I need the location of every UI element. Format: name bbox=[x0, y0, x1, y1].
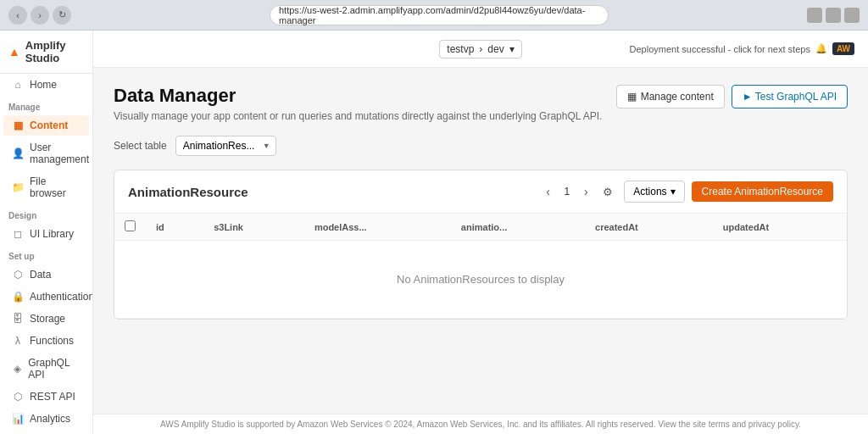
sidebar-section-setup: Set up bbox=[0, 245, 92, 264]
table-settings-button[interactable]: ⚙ bbox=[598, 182, 617, 201]
sidebar-item-graphql-api[interactable]: ◈ GraphQL API bbox=[3, 353, 89, 385]
test-graphql-button[interactable]: ► Test GraphQL API bbox=[732, 85, 848, 108]
sidebar-item-user-management[interactable]: 👤 User management bbox=[3, 137, 89, 170]
col-updatedat: updatedAt bbox=[713, 214, 847, 241]
sidebar-item-storage[interactable]: 🗄 Storage bbox=[3, 309, 89, 329]
col-animatio: animatio... bbox=[451, 214, 585, 241]
refresh-button[interactable]: ↻ bbox=[53, 6, 71, 25]
page-subtitle: Visually manage your app content or run … bbox=[114, 110, 602, 122]
manage-content-button[interactable]: ▦ Manage content bbox=[616, 85, 725, 108]
col-s3link: s3Link bbox=[203, 214, 304, 241]
graphql-icon: ◈ bbox=[12, 363, 22, 375]
rest-icon: ⬡ bbox=[12, 391, 24, 403]
deployment-banner[interactable]: Deployment successful - click for next s… bbox=[630, 42, 854, 55]
sidebar-item-predictions[interactable]: ✦ Predictions bbox=[3, 431, 89, 434]
sidebar-label-content: Content bbox=[30, 120, 68, 131]
forward-button[interactable]: › bbox=[31, 6, 49, 25]
footer-text: AWS Amplify Studio is supported by Amazo… bbox=[160, 420, 801, 429]
auth-icon: 🔒 bbox=[12, 291, 24, 303]
user-icon: 👤 bbox=[12, 147, 24, 159]
page-header-text: Data Manager Visually manage your app co… bbox=[114, 85, 602, 122]
header-actions: ▦ Manage content ► Test GraphQL API bbox=[616, 85, 848, 108]
top-bar: testvp › dev ▾ Deployment successful - c… bbox=[93, 31, 868, 68]
notification-icon: 🔔 bbox=[815, 43, 827, 54]
ext-icon-1 bbox=[807, 8, 822, 23]
storage-icon: 🗄 bbox=[12, 313, 24, 325]
col-modelass: modelAss... bbox=[304, 214, 451, 241]
back-button[interactable]: ‹ bbox=[8, 6, 27, 25]
env-name: dev bbox=[487, 43, 504, 55]
analytics-icon: 📊 bbox=[12, 413, 24, 425]
sidebar-item-content[interactable]: ▦ Content bbox=[3, 115, 89, 136]
data-card: AnimationResource ‹ 1 › ⚙ Actions ▾ bbox=[114, 170, 848, 320]
chevron-down-icon: ▾ bbox=[509, 43, 515, 55]
sidebar-item-file-browser[interactable]: 📁 File browser bbox=[3, 171, 89, 203]
sidebar-item-home[interactable]: ⌂ Home bbox=[3, 75, 89, 95]
sidebar-item-data[interactable]: ⬡ Data bbox=[3, 264, 89, 285]
sidebar-section-design: Design bbox=[0, 204, 92, 223]
ext-icon-3 bbox=[844, 8, 860, 23]
deployment-text: Deployment successful - click for next s… bbox=[630, 44, 810, 54]
sidebar-item-functions[interactable]: λ Functions bbox=[3, 331, 89, 351]
table-actions: ‹ 1 › ⚙ Actions ▾ Create AnimationResour… bbox=[539, 181, 833, 203]
sidebar-label-analytics: Analytics bbox=[30, 413, 70, 425]
sidebar-label-functions: Functions bbox=[30, 335, 74, 347]
sidebar-label-rest: REST API bbox=[30, 391, 75, 403]
col-createdat: createdAt bbox=[585, 214, 713, 241]
ext-icon-2 bbox=[826, 8, 841, 23]
file-icon: 📁 bbox=[12, 181, 24, 193]
sidebar-item-authentication[interactable]: 🔒 Authentication bbox=[3, 287, 89, 307]
sidebar-label-authentication: Authentication bbox=[30, 291, 93, 303]
project-name: testvp bbox=[447, 43, 474, 55]
ui-library-icon: ◻ bbox=[12, 228, 24, 240]
sidebar-label-data: Data bbox=[30, 269, 51, 281]
env-selector[interactable]: testvp › dev ▾ bbox=[439, 40, 521, 58]
select-table-label: Select table bbox=[114, 140, 167, 152]
sidebar-label-home: Home bbox=[30, 79, 57, 91]
aws-badge: AW bbox=[832, 42, 854, 55]
amplify-logo-icon: ▲ bbox=[8, 45, 20, 58]
page-header: Data Manager Visually manage your app co… bbox=[114, 85, 848, 122]
sidebar-label-storage: Storage bbox=[30, 313, 65, 325]
browser-nav-buttons: ‹ › ↻ bbox=[8, 6, 71, 25]
functions-icon: λ bbox=[12, 335, 24, 347]
chevron-down-icon-actions: ▾ bbox=[670, 186, 676, 198]
prev-page-button[interactable]: ‹ bbox=[539, 182, 558, 201]
select-all-checkbox[interactable] bbox=[125, 220, 136, 231]
table-select[interactable]: AnimationRes... bbox=[175, 136, 276, 156]
table-header: id s3Link modelAss... animatio... create… bbox=[114, 214, 847, 241]
sidebar-item-analytics[interactable]: 📊 Analytics bbox=[3, 409, 89, 429]
browser-extensions bbox=[807, 8, 860, 23]
sidebar-label-user-management: User management bbox=[30, 142, 89, 165]
create-animation-resource-button[interactable]: Create AnimationResource bbox=[692, 181, 833, 202]
next-page-button[interactable]: › bbox=[576, 182, 595, 201]
table-selector: Select table AnimationRes... bbox=[114, 136, 848, 156]
home-icon: ⌂ bbox=[12, 79, 24, 91]
data-card-header: AnimationResource ‹ 1 › ⚙ Actions ▾ bbox=[114, 170, 847, 214]
sidebar: ▲ Amplify Studio ⌂ Home Manage ▦ Content… bbox=[0, 31, 93, 434]
page-title: Data Manager bbox=[114, 85, 602, 107]
data-icon: ⬡ bbox=[12, 269, 24, 281]
sidebar-label-graphql: GraphQL API bbox=[28, 357, 81, 381]
sidebar-item-ui-library[interactable]: ◻ UI Library bbox=[3, 224, 89, 244]
app-title: Amplify Studio bbox=[25, 39, 84, 64]
address-bar[interactable]: https://us-west-2.admin.amplifyapp.com/a… bbox=[270, 5, 609, 25]
sidebar-item-rest-api[interactable]: ⬡ REST API bbox=[3, 387, 89, 407]
empty-state: No AnimationResources to display bbox=[125, 248, 837, 311]
col-id: id bbox=[146, 214, 203, 241]
checkbox-column-header bbox=[114, 214, 146, 241]
app-layout: ▲ Amplify Studio ⌂ Home Manage ▦ Content… bbox=[0, 31, 868, 434]
table-body: No AnimationResources to display bbox=[114, 241, 847, 319]
grid-icon: ▦ bbox=[627, 91, 637, 103]
sidebar-section-manage: Manage bbox=[0, 96, 92, 114]
data-table: id s3Link modelAss... animatio... create… bbox=[114, 214, 847, 319]
browser-chrome: ‹ › ↻ https://us-west-2.admin.amplifyapp… bbox=[0, 0, 868, 31]
footer: AWS Amplify Studio is supported by Amazo… bbox=[93, 414, 868, 434]
sidebar-label-file-browser: File browser bbox=[30, 175, 81, 199]
empty-state-row: No AnimationResources to display bbox=[114, 241, 847, 319]
page-number: 1 bbox=[561, 186, 574, 198]
actions-button[interactable]: Actions ▾ bbox=[624, 181, 684, 203]
table-name: AnimationResource bbox=[128, 185, 248, 199]
pagination: ‹ 1 › ⚙ bbox=[539, 182, 618, 201]
sidebar-label-ui-library: UI Library bbox=[30, 228, 74, 240]
